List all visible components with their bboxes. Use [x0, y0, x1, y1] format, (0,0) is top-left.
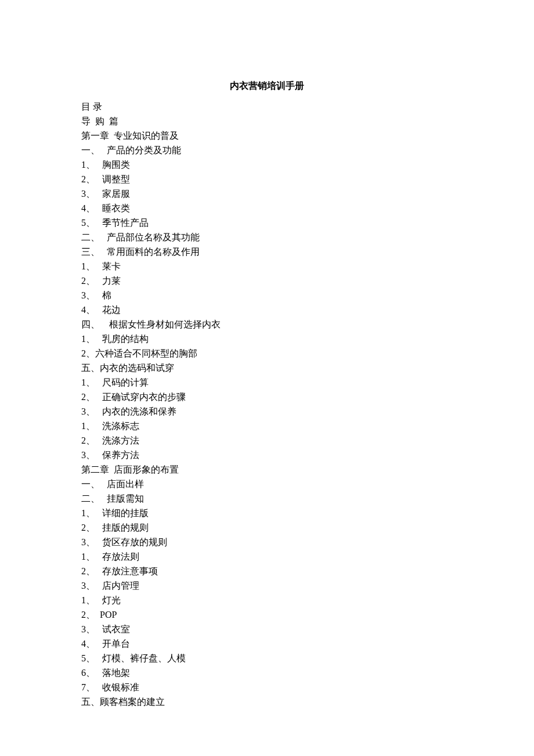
toc-line: 四、 根据女性身材如何选择内衣 — [81, 317, 534, 332]
toc-line: 1、 洗涤标志 — [81, 419, 534, 433]
toc-line: 2、六种适合不同杯型的胸部 — [81, 346, 534, 361]
toc-line: 2、 存放注意事项 — [81, 564, 534, 578]
toc-line: 五、顾客档案的建立 — [81, 694, 534, 709]
toc-line: 三、 常用面料的名称及作用 — [81, 244, 534, 259]
document-content: 目 录导 购 篇第一章 专业知识的普及一、 产品的分类及功能1、 胸围类2、 调… — [81, 99, 534, 709]
toc-line: 第一章 专业知识的普及 — [81, 128, 534, 143]
toc-line: 二、 挂版需知 — [81, 491, 534, 506]
toc-line: 一、 产品的分类及功能 — [81, 143, 534, 157]
toc-line: 目 录 — [81, 99, 534, 114]
toc-line: 2、 力莱 — [81, 273, 534, 288]
toc-line: 7、 收银标准 — [81, 680, 534, 694]
toc-line: 5、 灯模、裤仔盘、人模 — [81, 651, 534, 665]
toc-line: 3、 棉 — [81, 288, 534, 303]
toc-line: 3、 内衣的洗涤和保养 — [81, 404, 534, 419]
toc-line: 3、 保养方法 — [81, 448, 534, 462]
toc-line: 1、 详细的挂版 — [81, 506, 534, 520]
toc-line: 4、 睡衣类 — [81, 201, 534, 215]
toc-line: 6、 落地架 — [81, 665, 534, 680]
toc-line: 3、 试衣室 — [81, 622, 534, 636]
toc-line: 1、 尺码的计算 — [81, 375, 534, 390]
toc-line: 3、 店内管理 — [81, 578, 534, 593]
toc-line: 3、 货区存放的规则 — [81, 535, 534, 549]
toc-line: 一、 店面出样 — [81, 477, 534, 491]
toc-line: 第二章 店面形象的布置 — [81, 462, 534, 477]
toc-line: 2、 挂版的规则 — [81, 520, 534, 535]
toc-line: 1、 乳房的结构 — [81, 332, 534, 346]
toc-line: 3、 家居服 — [81, 186, 534, 201]
toc-line: 导 购 篇 — [81, 114, 534, 128]
document-title: 内衣营销培训手册 — [81, 80, 453, 92]
toc-line: 1、 存放法则 — [81, 549, 534, 564]
toc-line: 2、 洗涤方法 — [81, 433, 534, 448]
toc-line: 1、 灯光 — [81, 593, 534, 607]
toc-line: 二、 产品部位名称及其功能 — [81, 230, 534, 244]
toc-line: 4、 开单台 — [81, 636, 534, 651]
toc-line: 1、 胸围类 — [81, 157, 534, 172]
toc-line: 2、 POP — [81, 607, 534, 622]
toc-line: 1、 莱卡 — [81, 259, 534, 273]
toc-line: 5、 季节性产品 — [81, 215, 534, 230]
toc-line: 五、内衣的选码和试穿 — [81, 361, 534, 375]
toc-line: 2、 正确试穿内衣的步骤 — [81, 390, 534, 404]
toc-line: 4、 花边 — [81, 303, 534, 317]
toc-line: 2、 调整型 — [81, 172, 534, 186]
